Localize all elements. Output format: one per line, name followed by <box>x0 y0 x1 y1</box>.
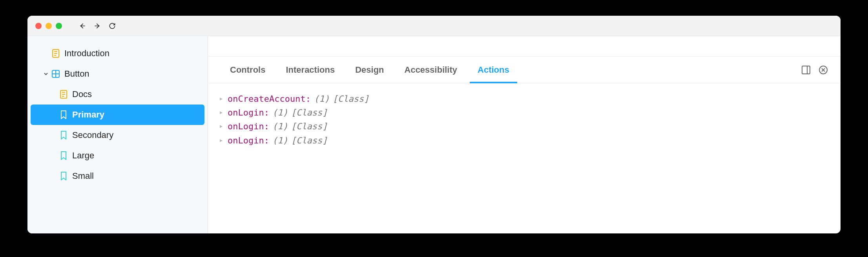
arrow-left-icon <box>78 22 86 30</box>
sidebar-item-label: Small <box>72 171 94 181</box>
sidebar-item-label: Docs <box>72 89 92 99</box>
sidebar-item-introduction[interactable]: Introduction <box>31 43 204 64</box>
disclosure-triangle-icon[interactable]: ▶ <box>220 95 224 103</box>
bookmark-icon <box>59 171 68 181</box>
disclosure-triangle-icon[interactable]: ▶ <box>220 137 224 144</box>
action-type: [Class] <box>291 134 328 147</box>
reload-button[interactable] <box>107 20 118 31</box>
tab-design[interactable]: Design <box>345 57 394 83</box>
document-icon <box>59 90 68 99</box>
disclosure-triangle-icon[interactable]: ▶ <box>220 123 224 130</box>
bookmark-icon <box>59 130 68 140</box>
action-name: onCreateAccount <box>228 94 306 104</box>
sidebar-item-docs[interactable]: Docs <box>31 84 204 105</box>
action-log-entry[interactable]: ▶ onCreateAccount: (1) [Class] <box>220 92 829 106</box>
close-panel-button[interactable] <box>818 64 829 75</box>
sidebar-item-label: Primary <box>72 110 104 120</box>
tab-label: Design <box>355 65 384 75</box>
action-type: [Class] <box>291 106 328 119</box>
bookmark-icon <box>59 110 68 119</box>
tab-label: Accessibility <box>405 65 458 75</box>
action-log-entry[interactable]: ▶ onLogin: (1) [Class] <box>220 134 829 147</box>
reload-icon <box>108 22 116 30</box>
svg-rect-11 <box>802 66 810 74</box>
body: Introduction Button Docs <box>27 36 841 233</box>
chevron-down-icon[interactable] <box>42 72 49 76</box>
traffic-lights <box>35 23 62 29</box>
action-count: (1) <box>272 119 288 133</box>
arrow-right-icon <box>93 22 101 30</box>
action-type: [Class] <box>291 119 328 133</box>
panel-orientation-button[interactable] <box>801 64 811 75</box>
tab-label: Actions <box>478 65 509 75</box>
tab-interactions[interactable]: Interactions <box>275 57 345 83</box>
sidebar-item-label: Button <box>64 69 89 79</box>
canvas-area <box>208 36 841 57</box>
disclosure-triangle-icon[interactable]: ▶ <box>220 109 224 116</box>
action-count: (1) <box>272 134 288 147</box>
action-count: (1) <box>272 106 288 119</box>
close-circle-icon <box>819 65 828 75</box>
titlebar <box>27 16 841 36</box>
document-icon <box>51 49 60 58</box>
action-log-entry[interactable]: ▶ onLogin: (1) [Class] <box>220 106 829 119</box>
back-button[interactable] <box>77 20 88 31</box>
action-type: [Class] <box>333 92 369 106</box>
action-name: onLogin <box>228 108 264 117</box>
sidebar-item-label: Secondary <box>72 130 113 140</box>
close-window-icon[interactable] <box>35 23 42 29</box>
tab-actions[interactable]: Actions <box>467 57 520 83</box>
sidebar-item-label: Introduction <box>64 48 109 59</box>
sidebar-item-secondary[interactable]: Secondary <box>31 125 204 145</box>
tab-accessibility[interactable]: Accessibility <box>394 57 468 83</box>
action-name: onLogin <box>228 121 264 131</box>
bookmark-icon <box>59 151 68 160</box>
action-log-entry[interactable]: ▶ onLogin: (1) [Class] <box>220 119 829 133</box>
actions-log: ▶ onCreateAccount: (1) [Class] ▶ onLogin… <box>208 83 841 156</box>
tab-label: Interactions <box>286 65 335 75</box>
sidebar-item-large[interactable]: Large <box>31 145 204 166</box>
sidebar-layout-icon <box>802 66 810 74</box>
sidebar-item-button[interactable]: Button <box>31 64 204 84</box>
component-icon <box>51 69 60 79</box>
storybook-window: Introduction Button Docs <box>27 16 841 233</box>
minimize-window-icon[interactable] <box>46 23 52 29</box>
main-panel: Controls Interactions Design Accessibili… <box>208 36 841 233</box>
action-count: (1) <box>314 92 330 106</box>
tab-label: Controls <box>230 65 265 75</box>
forward-button[interactable] <box>92 20 103 31</box>
action-name: onLogin <box>228 136 264 145</box>
maximize-window-icon[interactable] <box>56 23 62 29</box>
sidebar-item-label: Large <box>72 151 94 161</box>
sidebar-item-primary[interactable]: Primary <box>31 105 204 125</box>
tab-controls[interactable]: Controls <box>220 57 275 83</box>
sidebar: Introduction Button Docs <box>27 36 208 233</box>
addon-tabs: Controls Interactions Design Accessibili… <box>208 57 841 83</box>
sidebar-item-small[interactable]: Small <box>31 166 204 186</box>
